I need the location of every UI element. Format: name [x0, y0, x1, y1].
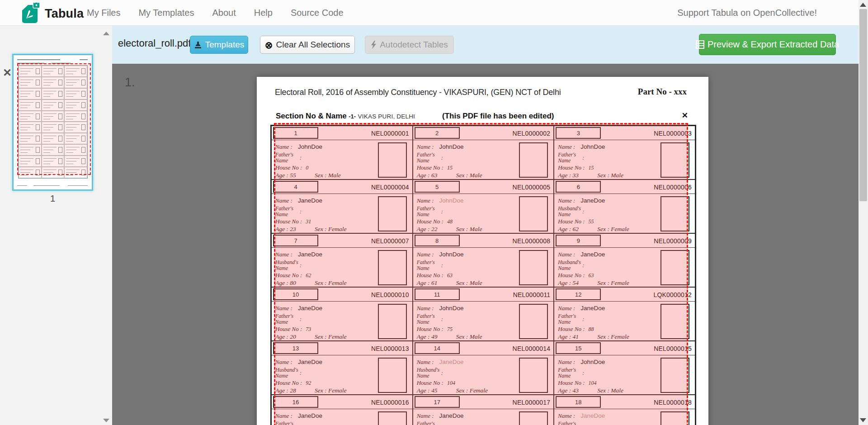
pdf-page[interactable]: Electoral Roll, 2016 of Assembly Constit… — [257, 77, 708, 425]
navbar: Tabula My Files My Templates About Help … — [0, 0, 859, 26]
toolbar: electoral_roll.pdf Templates ⊗ Clear All… — [112, 26, 859, 64]
clear-all-selections-button[interactable]: ⊗ Clear All Selections — [260, 36, 355, 54]
sidebar-scroll-up-icon[interactable] — [103, 32, 109, 35]
autodetect-label: Autodetect Tables — [380, 40, 448, 50]
pdf-section-line: Section No & Name -1- VIKAS PURI, DELHI … — [276, 112, 696, 121]
scrollbar-down-icon[interactable] — [860, 418, 866, 422]
scrollbar-up-icon[interactable] — [860, 3, 866, 7]
brand[interactable]: Tabula — [20, 1, 84, 26]
support-link[interactable]: Support Tabula on OpenCollective! — [677, 0, 817, 26]
clear-label: Clear All Selections — [276, 40, 350, 50]
section-label: Section No & Name — [276, 112, 347, 120]
nav-about[interactable]: About — [212, 8, 236, 18]
selection-close-icon[interactable]: ✕ — [682, 111, 688, 120]
templates-icon — [194, 41, 202, 49]
templates-button[interactable]: Templates — [190, 36, 248, 54]
autodetect-tables-button: Autodetect Tables — [365, 36, 454, 54]
nav-my-templates[interactable]: My Templates — [138, 8, 194, 18]
templates-label: Templates — [205, 40, 245, 50]
window-scrollbar — [859, 0, 868, 425]
page-marker: 1. — [125, 76, 135, 90]
lightning-bolt-icon — [371, 41, 377, 49]
remove-page-icon[interactable]: ✕ — [3, 67, 12, 78]
sidebar: ✕ 1 — [0, 26, 112, 425]
pdf-filename: electoral_roll.pdf — [118, 38, 191, 49]
pdf-canvas: 1. Electoral Roll, 2016 of Assembly Cons… — [112, 64, 859, 425]
nav-links: My Files My Templates About Help Source … — [87, 0, 362, 26]
edited-note: (This PDF file has been edited) — [442, 112, 554, 121]
preview-export-button[interactable]: Preview & Export Extracted Data — [699, 34, 836, 55]
sidebar-scroll-down-icon[interactable] — [103, 419, 109, 422]
section-number: -1- — [349, 113, 356, 120]
tabula-logo-icon — [20, 1, 41, 26]
thumbnail-preview — [14, 55, 92, 189]
clear-icon: ⊗ — [265, 40, 273, 50]
tabula-app: Tabula My Files My Templates About Help … — [0, 0, 868, 425]
pdf-part-no: Part No - xxx — [638, 87, 687, 97]
nav-help[interactable]: Help — [254, 8, 273, 18]
nav-source-code[interactable]: Source Code — [291, 8, 344, 18]
page-thumbnail[interactable] — [12, 54, 93, 191]
selection-overlay[interactable] — [274, 123, 688, 425]
pdf-document-title: Electoral Roll, 2016 of Assembly Constit… — [275, 88, 561, 97]
scrollbar-thumb[interactable] — [859, 9, 867, 201]
nav-my-files[interactable]: My Files — [87, 8, 120, 18]
table-icon — [696, 40, 704, 49]
section-value: VIKAS PURI, DELHI — [358, 113, 415, 120]
thumbnail-selection-overlay — [17, 63, 91, 175]
brand-name: Tabula — [45, 7, 84, 21]
thumbnail-page-number: 1 — [12, 193, 93, 204]
export-label: Preview & Export Extracted Data — [708, 39, 839, 50]
